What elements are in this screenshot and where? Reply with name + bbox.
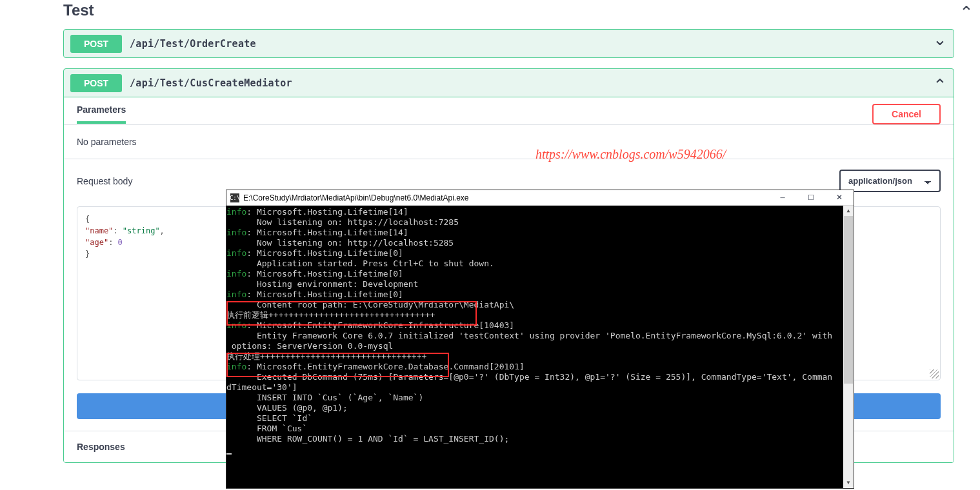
console-line: WHERE ROW_COUNT() = 1 AND `Id` = LAST_IN… [226, 434, 852, 444]
console-line: FROM `Cus` [226, 424, 852, 434]
console-line: INSERT INTO `Cus` (`Age`, `Name`) [226, 393, 852, 403]
http-method-badge: POST [70, 74, 122, 92]
scrollbar-thumb[interactable] [844, 216, 853, 384]
parameters-tab[interactable]: Parameters [77, 104, 126, 124]
endpoint-summary[interactable]: POST /api/Test/CusCreateMediator [64, 69, 954, 97]
endpoint-path: /api/Test/CusCreateMediator [130, 77, 292, 89]
scroll-up-button[interactable]: ▲ [843, 206, 854, 216]
chevron-down-icon[interactable] [933, 34, 947, 54]
endpoint-path: /api/Test/OrderCreate [130, 38, 256, 50]
watermark-link[interactable]: https://www.cnblogs.com/w5942066/ [535, 147, 726, 162]
resize-handle-icon[interactable] [930, 369, 939, 378]
console-line: Application started. Press Ctrl+C to shu… [226, 259, 852, 269]
scrollbar[interactable]: ▲ ▼ [843, 206, 854, 473]
window-titlebar[interactable]: C:\ E:\CoreStudy\Mrdiator\MediatApi\bin\… [226, 190, 854, 206]
request-body-label: Request body [77, 176, 132, 186]
highlight-box-1 [226, 301, 477, 326]
console-line: VALUES (@p0, @p1); [226, 403, 852, 413]
maximize-button[interactable] [797, 190, 825, 205]
console-line: options: ServerVersion 0.0-mysql [226, 341, 852, 351]
console-line: dTimeout='30'] [226, 382, 852, 393]
endpoint-row-1[interactable]: POST /api/Test/OrderCreate [63, 29, 954, 58]
chevron-up-icon[interactable] [933, 73, 947, 93]
console-window: C:\ E:\CoreStudy\Mrdiator\MediatApi\bin\… [226, 190, 854, 473]
console-line: Entity Framework Core 6.0.7 initialized … [226, 331, 852, 341]
no-parameters-text: No parameters [64, 125, 954, 159]
highlight-box-2 [226, 353, 449, 377]
console-line: info: Microsoft.Hosting.Lifetime[14] [226, 207, 852, 217]
http-method-badge: POST [70, 35, 122, 53]
console-line: info: Microsoft.Hosting.Lifetime[0] [226, 269, 852, 279]
command-prompt-icon: C:\ [230, 193, 239, 202]
chevron-up-icon[interactable] [959, 0, 974, 20]
console-line: Now listening on: http://localhost:5285 [226, 238, 852, 248]
console-line: Now listening on: https://localhost:7285 [226, 217, 852, 228]
console-line: info: Microsoft.Hosting.Lifetime[0] [226, 248, 852, 259]
console-line: SELECT `Id` [226, 413, 852, 424]
close-button[interactable] [825, 190, 854, 205]
minimize-button[interactable] [768, 190, 797, 205]
cursor-icon [226, 453, 232, 455]
console-output[interactable]: info: Microsoft.Hosting.Lifetime[14] Now… [226, 206, 854, 473]
console-line: info: Microsoft.Hosting.Lifetime[0] [226, 289, 852, 300]
content-type-select[interactable]: application/json [839, 170, 941, 192]
scrollbar-track[interactable] [843, 216, 854, 473]
section-title[interactable]: Test [63, 1, 94, 19]
cancel-button[interactable]: Cancel [872, 104, 941, 124]
window-title: E:\CoreStudy\Mrdiator\MediatApi\bin\Debu… [243, 193, 469, 202]
console-line: info: Microsoft.Hosting.Lifetime[14] [226, 228, 852, 238]
console-line: Hosting environment: Development [226, 279, 852, 289]
